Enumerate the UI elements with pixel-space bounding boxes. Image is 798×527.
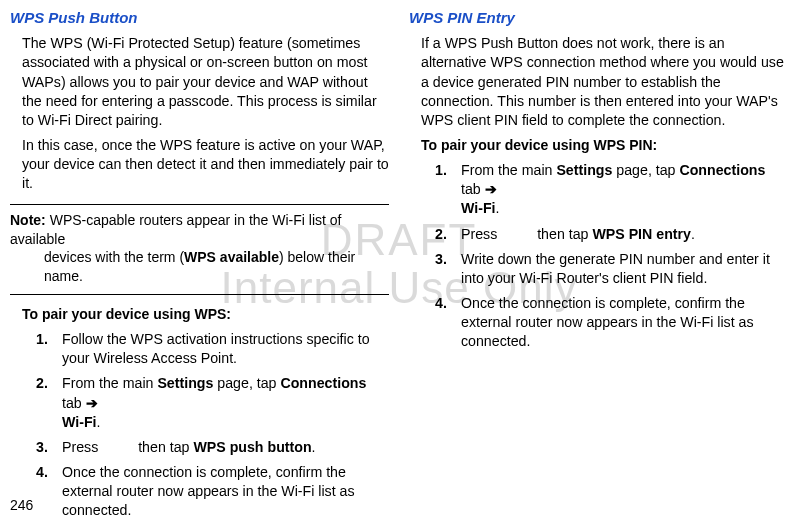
wps-pair-subheading: To pair your device using WPS: [22, 305, 389, 324]
step-3: 3. Press then tap WPS push button. [36, 438, 389, 457]
step-text: Follow the WPS activation instructions s… [62, 330, 389, 368]
step-4: 4. Once the connection is complete, conf… [435, 294, 788, 352]
left-column: WPS Push Button The WPS (Wi-Fi Protected… [10, 8, 389, 527]
wps-pin-subheading: To pair your device using WPS PIN: [421, 136, 788, 155]
t: Wi-Fi [461, 200, 496, 216]
t: Press [461, 226, 501, 242]
t: page, tap [213, 375, 280, 391]
note-divider-bottom [10, 294, 389, 295]
step-num: 1. [36, 330, 62, 368]
t: From the main [461, 162, 556, 178]
note-bold: WPS available [184, 249, 279, 265]
arrow-icon: ➔ [86, 395, 98, 411]
note-text-a: WPS-capable routers appear in the Wi-Fi … [10, 212, 341, 247]
wps-push-button-heading: WPS Push Button [10, 8, 389, 28]
step-num: 4. [36, 463, 62, 521]
note-text-b: devices with the term ( [44, 249, 184, 265]
t: Wi-Fi [62, 414, 97, 430]
t: Settings [556, 162, 612, 178]
step-num: 2. [435, 225, 461, 244]
step-text: From the main Settings page, tap Connect… [461, 161, 788, 219]
wps-push-steps: 1. Follow the WPS activation instruction… [36, 330, 389, 521]
t: . [496, 200, 500, 216]
step-text: Press then tap WPS push button. [62, 438, 389, 457]
content-columns: WPS Push Button The WPS (Wi-Fi Protected… [0, 0, 798, 527]
note-block: Note: WPS-capable routers appear in the … [10, 211, 389, 287]
arrow-icon: ➔ [485, 181, 497, 197]
step-num: 4. [435, 294, 461, 352]
step-2: 2. From the main Settings page, tap Conn… [36, 374, 389, 432]
step-num: 2. [36, 374, 62, 432]
step-1: 1. Follow the WPS activation instruction… [36, 330, 389, 368]
step-text: From the main Settings page, tap Connect… [62, 374, 389, 432]
step-num: 1. [435, 161, 461, 219]
step-num: 3. [36, 438, 62, 457]
t: then tap [134, 439, 193, 455]
t: WPS PIN entry [592, 226, 691, 242]
t: . [312, 439, 316, 455]
note-divider-top [10, 204, 389, 205]
step-text: Once the connection is complete, confirm… [62, 463, 389, 521]
note-label: Note: [10, 212, 46, 228]
wps-pin-heading: WPS PIN Entry [409, 8, 788, 28]
t: WPS push button [193, 439, 311, 455]
wps-push-intro-1: The WPS (Wi-Fi Protected Setup) feature … [22, 34, 389, 130]
t: From the main [62, 375, 157, 391]
wps-pin-steps: 1. From the main Settings page, tap Conn… [435, 161, 788, 352]
step-text: Once the connection is complete, confirm… [461, 294, 788, 352]
t: . [97, 414, 101, 430]
wps-pin-intro: If a WPS Push Button does not work, ther… [421, 34, 788, 130]
t: tab [461, 181, 485, 197]
t: page, tap [612, 162, 679, 178]
t: then tap [533, 226, 592, 242]
t: Connections [679, 162, 765, 178]
t: Connections [280, 375, 366, 391]
note-line2: devices with the term (WPS available) be… [44, 248, 389, 286]
t: tab [62, 395, 86, 411]
right-column: WPS PIN Entry If a WPS Push Button does … [409, 8, 788, 527]
step-text: Press then tap WPS PIN entry. [461, 225, 788, 244]
t: . [691, 226, 695, 242]
step-num: 3. [435, 250, 461, 288]
wps-push-intro-2: In this case, once the WPS feature is ac… [22, 136, 389, 194]
step-3: 3. Write down the generate PIN number an… [435, 250, 788, 288]
step-4: 4. Once the connection is complete, conf… [36, 463, 389, 521]
step-2: 2. Press then tap WPS PIN entry. [435, 225, 788, 244]
t: Press [62, 439, 102, 455]
step-text: Write down the generate PIN number and e… [461, 250, 788, 288]
t: Settings [157, 375, 213, 391]
step-1: 1. From the main Settings page, tap Conn… [435, 161, 788, 219]
